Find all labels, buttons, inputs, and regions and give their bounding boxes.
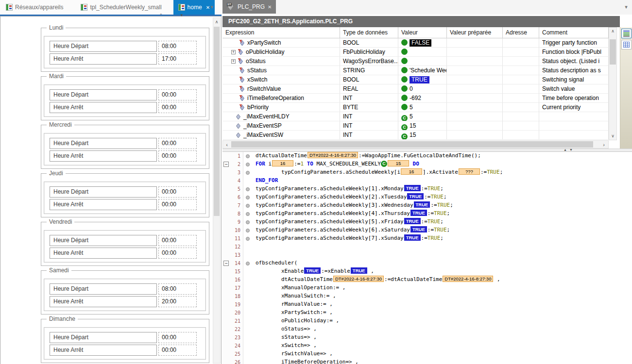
fold-margin[interactable]: [222, 251, 230, 259]
time-value-field[interactable]: 00:00: [158, 150, 197, 162]
splitter-up-icon[interactable]: ▲: [564, 148, 567, 151]
comment-cell[interactable]: Trigger party function: [539, 38, 609, 48]
expression-cell[interactable]: + oStatus: [222, 57, 340, 66]
monitor-value-box[interactable]: ???: [459, 168, 480, 175]
comment-cell[interactable]: Status object. (Listed i: [539, 57, 609, 66]
code-text[interactable]: typConfigParameters.aScheduleWeekly[4].x…: [252, 210, 450, 218]
scroll-left-icon[interactable]: ‹: [223, 142, 231, 148]
watch-row[interactable]: rSwitchValue REAL 0 Switch value: [222, 84, 609, 94]
prepared-value-cell[interactable]: [447, 48, 503, 57]
code-text[interactable]: typConfigParameters.aScheduleWeekly[7].x…: [252, 234, 444, 243]
code-line[interactable]: 6 typConfigParameters.aScheduleWeekly[2]…: [222, 193, 632, 201]
type-cell[interactable]: STRING: [340, 66, 398, 75]
code-text[interactable]: FOR i16:=1 TO MAX_SCHEDULER_WEEKLYC15 DO: [252, 160, 419, 168]
expand-icon[interactable]: +: [231, 59, 236, 64]
code-line[interactable]: 20 xPartySwitch:= ,: [222, 309, 632, 317]
code-text[interactable]: typConfigParameters.aScheduleWeekly[1].x…: [252, 185, 444, 193]
value-cell[interactable]: C15: [398, 121, 447, 131]
code-line[interactable]: 21 oPublicHoliday:= ,: [222, 317, 632, 325]
value-cell[interactable]: C5: [398, 112, 447, 121]
code-text[interactable]: oPublicHoliday:= ,: [252, 317, 339, 325]
code-text[interactable]: oStatus=> ,: [252, 325, 317, 333]
watch-row[interactable]: xPartySwitch BOOL FALSE Trigger party fu…: [222, 38, 609, 48]
code-line[interactable]: 9 typConfigParameters.aScheduleWeekly[5]…: [222, 218, 632, 226]
monitor-bool-box[interactable]: TRUE: [404, 185, 421, 191]
splitter-collapse-down-icon[interactable]: ▼: [180, 14, 184, 17]
prepared-value-cell[interactable]: [447, 57, 503, 66]
prepared-value-cell[interactable]: [447, 131, 503, 140]
splitter-collapse-up-icon[interactable]: ⌃: [159, 14, 163, 17]
monitor-value-box[interactable]: 16: [401, 168, 422, 175]
watch-horizontal-scrollbar[interactable]: ‹ ›: [222, 140, 609, 149]
code-text[interactable]: typConfigParameters.aScheduleWeekly[2].x…: [252, 193, 447, 201]
code-line[interactable]: 11 typConfigParameters.aScheduleWeekly[7…: [222, 234, 632, 243]
time-value-field[interactable]: 17:00: [158, 53, 197, 65]
watch-row[interactable]: _iMaxEventSP INT C15: [222, 121, 609, 131]
time-label-field[interactable]: Heure Arrêt: [50, 296, 157, 307]
splitter-down-icon[interactable]: ▼: [569, 148, 573, 151]
time-value-field[interactable]: 00:00: [158, 102, 197, 113]
comment-cell[interactable]: Status description as s: [539, 66, 609, 75]
code-line[interactable]: 12: [222, 243, 632, 251]
tab-tpl-schedulerweekly-small[interactable]: tpl_SchedulerWeekly_small: [76, 0, 166, 15]
monitor-value-box[interactable]: DT#2022-4-16-8:27:30: [443, 276, 493, 282]
address-cell[interactable]: [503, 94, 539, 103]
code-line[interactable]: 4 END_FOR: [222, 177, 632, 185]
watch-vertical-scrollbar[interactable]: ∧ ∨: [609, 27, 617, 140]
table-view-button[interactable]: [621, 40, 632, 50]
time-label-field[interactable]: Heure Arrêt: [50, 199, 157, 210]
prepared-value-cell[interactable]: [447, 94, 503, 103]
value-cell[interactable]: -692: [398, 94, 447, 103]
code-line[interactable]: 23 sStatus=> ,: [222, 333, 632, 342]
comment-cell[interactable]: [539, 112, 609, 121]
value-cell[interactable]: 'Schedule Weekly': [398, 66, 447, 75]
fold-margin[interactable]: [222, 243, 230, 251]
code-line[interactable]: 24 xSwitch=> ,: [222, 342, 632, 350]
monitor-value-box[interactable]: 16: [272, 160, 293, 166]
time-label-field[interactable]: Heure Départ: [50, 332, 157, 343]
comment-cell[interactable]: Switch value: [539, 84, 609, 94]
time-value-field[interactable]: 00:00: [158, 345, 197, 356]
address-cell[interactable]: [503, 121, 539, 131]
prepared-value-cell[interactable]: [447, 38, 503, 48]
type-cell[interactable]: INT: [340, 131, 398, 140]
tab-r-seaux-appareils[interactable]: Réseaux/appareils: [1, 0, 68, 15]
address-cell[interactable]: [503, 57, 539, 66]
fold-margin[interactable]: [222, 177, 230, 185]
horizontal-splitter[interactable]: ▲ ▼: [222, 149, 632, 152]
watch-column-header[interactable]: Valeur: [398, 27, 447, 38]
type-cell[interactable]: WagoSysErrorBase....: [340, 57, 398, 66]
code-text[interactable]: rSwitchValue=> ,: [252, 350, 333, 358]
prepared-value-cell[interactable]: [447, 84, 503, 94]
value-cell[interactable]: [398, 48, 447, 57]
code-text[interactable]: xPartySwitch:= ,: [252, 309, 333, 317]
code-line[interactable]: 15 xEnableTRUE:=xEnableTRUE ,: [222, 267, 632, 276]
st-code-editor[interactable]: 1 dtActualDateTimeDT#2022-4-16-8:27:30:=…: [222, 152, 632, 364]
code-line[interactable]: 1 dtActualDateTimeDT#2022-4-16-8:27:30:=…: [222, 152, 632, 160]
time-value-field[interactable]: 00:00: [158, 89, 197, 100]
time-value-field[interactable]: 08:00: [158, 41, 197, 52]
fold-margin[interactable]: [222, 309, 230, 317]
expression-cell[interactable]: + oPublicHoliday: [222, 48, 340, 57]
monitor-bool-box[interactable]: TRUE: [351, 267, 367, 274]
time-label-field[interactable]: Heure Départ: [50, 283, 157, 295]
code-line[interactable]: 19 rManualValue:= ,: [222, 300, 632, 309]
scroll-up-icon[interactable]: ∧: [609, 28, 616, 35]
watch-row[interactable]: + oStatus WagoSysErrorBase.... Status ob…: [222, 57, 609, 66]
fold-margin[interactable]: [222, 168, 230, 177]
prepared-value-cell[interactable]: [447, 103, 503, 112]
monitor-bool-box[interactable]: TRUE: [404, 234, 421, 241]
type-cell[interactable]: BOOL: [340, 75, 398, 84]
time-value-field[interactable]: 08:00: [158, 283, 197, 295]
code-text[interactable]: dtActualDateTimeDT#2022-4-16-8:27:30:=Wa…: [252, 152, 481, 160]
code-line[interactable]: 18 xManualSwitch:= ,: [222, 292, 632, 300]
monitor-value-box[interactable]: 15: [388, 160, 409, 166]
watch-column-header[interactable]: Type de données: [340, 27, 398, 38]
code-line[interactable]: 26 iTimeBeforeOperation=> ,: [222, 358, 632, 364]
address-cell[interactable]: [503, 112, 539, 121]
watch-row[interactable]: bPriority BYTE 5 Current priority: [222, 103, 609, 112]
scroll-right-icon[interactable]: ›: [600, 142, 608, 148]
address-cell[interactable]: [503, 38, 539, 48]
time-label-field[interactable]: Heure Départ: [50, 89, 157, 100]
scrollbar-thumb[interactable]: [214, 27, 220, 216]
